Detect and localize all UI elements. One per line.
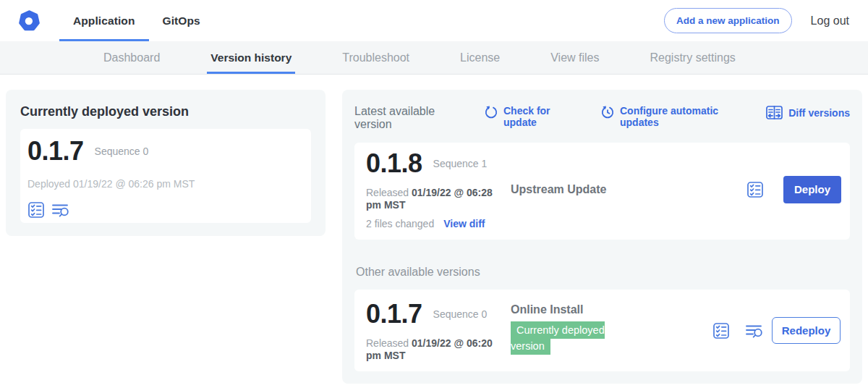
diff-versions-label: Diff versions <box>788 107 850 119</box>
diff-versions-icon <box>765 105 783 121</box>
subnav-dashboard[interactable]: Dashboard <box>100 41 163 74</box>
diff-versions-link[interactable]: Diff versions <box>765 105 850 121</box>
latest-source-label: Upstream Update <box>511 183 606 195</box>
subnav-troubleshoot[interactable]: Troubleshoot <box>339 41 413 74</box>
release-notes-icon[interactable] <box>27 201 45 219</box>
release-notes-icon[interactable] <box>712 322 730 340</box>
other-versions-title: Other available versions <box>356 266 850 279</box>
app-logo <box>19 0 40 41</box>
check-for-update-label: Check for update <box>503 105 554 128</box>
tab-application[interactable]: Application <box>59 0 149 41</box>
logout-link[interactable]: Log out <box>811 14 849 28</box>
other-version-number: 0.1.7 <box>366 300 422 329</box>
subnav-view-files[interactable]: View files <box>547 41 603 74</box>
subnav-registry-settings[interactable]: Registry settings <box>647 41 739 74</box>
configure-automatic-updates-link[interactable]: Configure automatic updates <box>600 105 721 128</box>
app-subnav: Dashboard Version history Troubleshoot L… <box>0 41 868 75</box>
top-navbar: Application GitOps Add a new application… <box>0 0 868 41</box>
tab-gitops-label: GitOps <box>163 14 200 28</box>
refresh-icon <box>484 104 498 119</box>
view-diff-icon[interactable] <box>51 201 71 219</box>
currently-deployed-badge: Currently deployed version <box>511 321 605 355</box>
currently-deployed-panel: Currently deployed version 0.1.7 Sequenc… <box>6 90 326 236</box>
release-notes-icon[interactable] <box>746 181 764 198</box>
available-versions-panel: Latest available version Check for updat… <box>342 90 862 384</box>
tab-gitops[interactable]: GitOps <box>149 0 214 41</box>
deployed-sequence: Sequence 0 <box>95 146 149 157</box>
top-tabs: Application GitOps <box>59 0 214 41</box>
deployed-version-number: 0.1.7 <box>27 137 84 166</box>
subnav-license[interactable]: License <box>456 41 503 74</box>
other-source-label: Online Install <box>511 303 712 316</box>
deployed-panel-title: Currently deployed version <box>20 104 311 119</box>
check-for-update-link[interactable]: Check for update <box>484 105 554 128</box>
latest-sequence: Sequence 1 <box>433 158 488 169</box>
view-diff-link[interactable]: View diff <box>443 218 485 229</box>
subnav-version-history[interactable]: Version history <box>207 41 295 74</box>
auto-update-icon <box>600 104 615 119</box>
view-diff-icon[interactable] <box>745 322 765 340</box>
latest-version-number: 0.1.8 <box>366 149 422 178</box>
tab-application-label: Application <box>73 14 135 28</box>
deployed-version-card: 0.1.7 Sequence 0 Deployed 01/19/22 @ 06:… <box>20 129 311 223</box>
other-sequence: Sequence 0 <box>433 308 488 320</box>
configure-automatic-updates-label: Configure automatic updates <box>620 105 721 128</box>
latest-version-card: 0.1.8 Sequence 1 Released 01/19/22 @ 06:… <box>354 143 850 240</box>
redeploy-button[interactable]: Redeploy <box>772 317 841 344</box>
deploy-button[interactable]: Deploy <box>783 176 841 203</box>
deployed-timestamp: Deployed 01/19/22 @ 06:26 pm MST <box>27 178 304 190</box>
other-released-timestamp: Released 01/19/22 @ 06:20 pm MST <box>366 337 501 362</box>
files-changed-label: 2 files changed <box>366 218 434 229</box>
available-panel-title: Latest available version <box>354 105 445 131</box>
add-application-button[interactable]: Add a new application <box>664 8 792 33</box>
logo-icon <box>19 10 40 31</box>
other-version-card: 0.1.7 Sequence 0 Released 01/19/22 @ 06:… <box>354 290 850 371</box>
latest-released-timestamp: Released 01/19/22 @ 06:28 pm MST <box>366 187 501 211</box>
